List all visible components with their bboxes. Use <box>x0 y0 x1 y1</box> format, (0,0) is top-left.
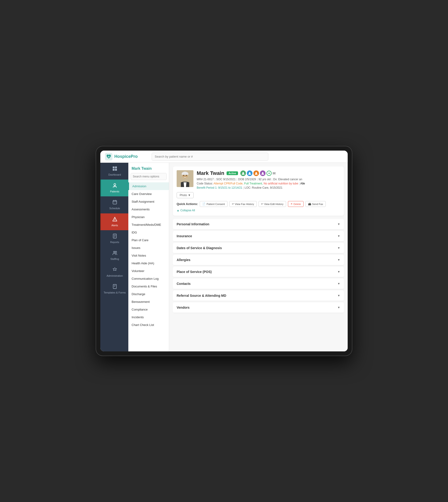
subnav-item-admission[interactable]: Admission <box>128 182 169 190</box>
photo-chevron-icon: ▼ <box>188 194 191 197</box>
tablet-screen: HospicePro Dashboard Patients <box>100 151 348 351</box>
code-status-label: Code Status: <box>197 182 213 185</box>
avatar-2 <box>247 170 253 176</box>
code-no: No artificial nutrition by tube <box>264 182 298 185</box>
accordion-header-insurance[interactable]: Insurance ▼ <box>173 231 344 241</box>
accordion-header-personal-info[interactable]: Personal Information ▼ <box>173 219 344 230</box>
accordion-label-contacts: Contacts <box>177 282 191 285</box>
add-team-member-button[interactable]: + <box>267 171 272 176</box>
subnav-item-compliance[interactable]: Compliance <box>128 306 169 313</box>
svg-point-26 <box>186 175 187 176</box>
quick-actions-label: Quick Actions: <box>177 202 198 206</box>
svg-rect-7 <box>113 201 117 204</box>
accordion-header-contacts[interactable]: Contacts ▼ <box>173 279 344 289</box>
subnav-item-chart-check[interactable]: Chart Check List <box>128 321 169 329</box>
subnav-item-care-overview[interactable]: Care Overview <box>128 190 169 198</box>
chevron-down-icon: ▼ <box>337 234 340 238</box>
accordion-section-insurance: Insurance ▼ <box>173 231 344 241</box>
svg-point-25 <box>183 175 184 176</box>
subnav-item-communication-log[interactable]: Communication Log <box>128 275 169 283</box>
sidebar-label-patients: Patients <box>110 190 119 193</box>
logo-area: HospicePro <box>105 153 152 160</box>
accordion-header-vendors[interactable]: Vendors ▼ <box>173 302 344 313</box>
subnav-item-idg[interactable]: IDG <box>128 229 169 236</box>
avatar-1 <box>240 170 246 176</box>
subnav-item-volunteer[interactable]: Volunteer <box>128 267 169 275</box>
subnav-item-assessments[interactable]: Assessments <box>128 205 169 213</box>
avatar-4 <box>260 170 266 176</box>
accordion-header-place-of-service[interactable]: Place of Service (POS) ▼ <box>173 267 344 277</box>
dashboard-icon <box>112 166 117 172</box>
avatar-3 <box>253 170 259 176</box>
collapse-label: Collapse All <box>180 209 195 212</box>
benefit-period: Benefit Period 1: 9/15/21 to 12/14/21 <box>197 186 242 189</box>
sidebar-item-dashboard[interactable]: Dashboard <box>100 163 128 180</box>
chevron-down-icon: ▼ <box>337 222 340 226</box>
accordion-label-insurance: Insurance <box>177 234 192 238</box>
subnav-item-treatment[interactable]: Treatment/Meds/DME <box>128 221 169 229</box>
mr-number: MR# 21-0017 <box>197 178 214 181</box>
subnav-patient-name: Mark Twain <box>128 163 169 173</box>
soc-date: SOC 9/15/2021 <box>216 178 236 181</box>
email-icon[interactable]: ✉ <box>272 171 275 176</box>
sidebar-item-administration[interactable]: Administration <box>100 264 128 281</box>
patient-header-top: Mark Twain Active <box>177 170 340 189</box>
delete-button[interactable]: ✕ Delete <box>288 201 304 207</box>
svg-point-17 <box>113 251 115 253</box>
sidebar-label-schedule: Schedule <box>110 207 120 210</box>
patient-avatars: + ✉ <box>240 170 275 176</box>
subnav-search-input[interactable] <box>131 173 167 180</box>
sidebar-item-patients[interactable]: Patients <box>100 180 128 196</box>
sidebar-item-templates[interactable]: Templates & Forms <box>100 281 128 298</box>
patient-consent-label: Patient Consent <box>207 203 225 205</box>
sidebar-label-dashboard: Dashboard <box>109 173 121 176</box>
sidebar-item-staffing[interactable]: Staffing <box>100 247 128 264</box>
accordion-header-allergies[interactable]: Allergies ▼ <box>173 255 344 265</box>
subnav-item-incidents[interactable]: Incidents <box>128 313 169 321</box>
code-full: Full Treatment, <box>244 182 263 185</box>
view-fax-history-button[interactable]: ↩ View Fax History <box>229 201 257 207</box>
staffing-icon <box>112 250 117 256</box>
sidebar-item-schedule[interactable]: Schedule <box>100 196 128 213</box>
collapse-all-button[interactable]: ▲ Collapse All <box>177 209 340 212</box>
sidebar-label-reports: Reports <box>110 241 119 244</box>
accordion-header-referral-source[interactable]: Referral Source & Attending MD ▼ <box>173 290 344 301</box>
svg-rect-3 <box>113 169 114 171</box>
accordion-label-personal-info: Personal Information <box>177 222 209 226</box>
accordion-section-contacts: Contacts ▼ <box>173 279 344 289</box>
global-search-input[interactable] <box>152 153 268 161</box>
subnav-item-physician[interactable]: Physician <box>128 213 169 221</box>
fax-history-label: View Fax History <box>235 203 254 205</box>
subnav-item-plan-of-care[interactable]: Plan of Care <box>128 236 169 244</box>
sidebar: Dashboard Patients Schedule <box>100 163 128 351</box>
subnav-item-bereavement[interactable]: Bereavement <box>128 298 169 306</box>
subnav-item-issues[interactable]: Issues <box>128 244 169 252</box>
view-edit-history-button[interactable]: ↩ View Edit History <box>258 201 286 207</box>
subnav-item-health-aide[interactable]: Health Aide (HA) <box>128 259 169 267</box>
chevron-down-icon: ▼ <box>337 270 340 273</box>
delete-icon: ✕ <box>290 202 293 205</box>
sidebar-item-reports[interactable]: Reports <box>100 230 128 247</box>
subnav-item-staff-assignment[interactable]: Staff Assignment <box>128 198 169 205</box>
main-layout: Dashboard Patients Schedule <box>100 163 348 351</box>
accordion-label-referral-source: Referral Source & Attending MD <box>177 294 226 298</box>
svg-point-12 <box>114 220 115 221</box>
send-fax-button[interactable]: 📠 Send Fax <box>305 201 326 207</box>
accordion-section-referral-source: Referral Source & Attending MD ▼ <box>173 290 344 301</box>
accordion-section-dates-service: Dates of Service & Diagnosis ▼ <box>173 243 344 253</box>
patient-consent-button[interactable]: 📄 Patient Consent <box>200 201 227 207</box>
accordion-section-place-of-service: Place of Service (POS) ▼ <box>173 267 344 277</box>
accordion-header-dates-service[interactable]: Dates of Service & Diagnosis ▼ <box>173 243 344 253</box>
svg-rect-2 <box>115 167 117 168</box>
subnav-item-visit-notes[interactable]: Visit Notes <box>128 252 169 259</box>
patient-consent-icon: 📄 <box>202 202 206 205</box>
chevron-down-icon: ▼ <box>337 258 340 262</box>
subnav-panel: Mark Twain AdmissionCare OverviewStaff A… <box>128 163 169 351</box>
subnav-item-documents[interactable]: Documents & Files <box>128 283 169 290</box>
sidebar-item-alerts[interactable]: Alerts <box>100 213 128 230</box>
subnav-item-discharge[interactable]: Discharge <box>128 290 169 298</box>
accordion-label-vendors: Vendors <box>177 306 190 309</box>
code-attempt: Attempt CPR/Full Code, <box>213 182 243 185</box>
benefit-period-row: Benefit Period 1: 9/15/21 to 12/14/21 | … <box>197 186 340 189</box>
photo-button[interactable]: Photo ▼ <box>177 192 194 198</box>
